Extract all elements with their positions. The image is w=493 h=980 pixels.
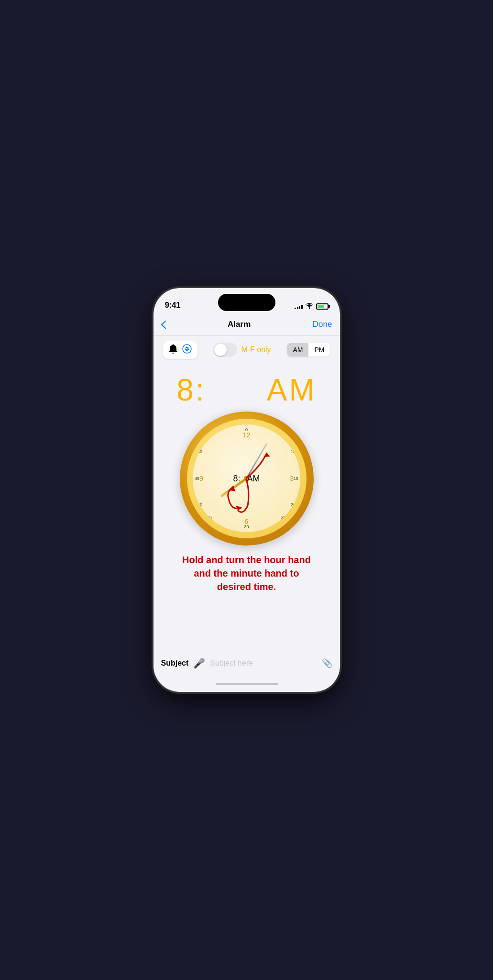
back-button[interactable] (161, 321, 166, 329)
repeat-icon[interactable]: 2 (182, 344, 192, 356)
status-icons (295, 302, 329, 310)
svg-marker-3 (263, 453, 270, 457)
minute-40: 40 (197, 502, 202, 507)
mf-only-label: M-F only (241, 345, 271, 354)
microphone-icon[interactable]: 🎤 (193, 657, 205, 669)
minute-25-right: 25 (281, 515, 286, 520)
minute-50: 50 (197, 449, 202, 454)
battery-icon (316, 303, 329, 310)
hour-3: 3 (290, 475, 294, 482)
page-title: Alarm (228, 320, 251, 329)
mf-only-toggle-group: M-F only (213, 343, 271, 357)
am-button[interactable]: AM (287, 343, 308, 356)
status-time: 9:41 (165, 301, 181, 310)
clock-wrapper[interactable]: 0 5 10 15 20 25 30 (180, 412, 314, 546)
minute-25-left: 25 (207, 515, 212, 520)
home-indicator (153, 676, 340, 692)
wifi-icon (306, 302, 313, 310)
pm-button[interactable]: PM (308, 343, 330, 356)
bell-icon[interactable] (169, 344, 177, 356)
signal-icon (295, 303, 303, 309)
nav-header: Alarm Done (153, 314, 340, 335)
minute-45: 45 (195, 476, 199, 481)
dynamic-island (218, 294, 275, 311)
phone-screen: 9:41 (153, 288, 340, 692)
clock-inner-ring: 0 5 10 15 20 25 30 (187, 419, 307, 538)
phone-frame: 9:41 (153, 288, 340, 692)
minute-20: 20 (291, 502, 296, 507)
svg-marker-4 (236, 506, 242, 511)
time-display-text: 8: AM (176, 372, 317, 408)
subject-bar: Subject 🎤 Subject here 📎 (153, 650, 340, 676)
subject-label: Subject (161, 659, 189, 668)
mf-only-toggle[interactable] (213, 343, 237, 357)
home-bar (216, 683, 278, 685)
hour-6: 6 (245, 518, 249, 525)
done-button[interactable]: Done (313, 320, 332, 329)
bottom-area: Subject 🎤 Subject here 📎 (153, 650, 340, 692)
subject-input[interactable]: Subject here (210, 659, 317, 668)
svg-text:2: 2 (186, 346, 188, 351)
hour-9: 9 (199, 475, 203, 482)
clock-center-display: 8: AM (233, 473, 260, 483)
toggle-knob (214, 344, 227, 356)
controls-row: 2 M-F only AM PM (153, 335, 340, 365)
clock-container: 0 5 10 15 20 25 30 (153, 412, 340, 650)
hour-12: 12 (243, 431, 251, 439)
minute-55: 55 (207, 432, 212, 437)
minute-10: 10 (291, 449, 296, 454)
svg-point-0 (309, 308, 310, 309)
attachment-icon[interactable]: 📎 (322, 658, 332, 668)
time-display: 8: AM (153, 365, 340, 412)
notification-icons: 2 (163, 341, 197, 359)
instruction-text: Hold and turn the hour hand and the minu… (163, 546, 330, 601)
minute-5: 5 (284, 432, 286, 437)
minute-15: 15 (294, 476, 298, 481)
am-pm-selector: AM PM (287, 343, 330, 356)
clock-outer: 0 5 10 15 20 25 30 (180, 412, 314, 546)
clock-face: 0 5 10 15 20 25 30 (193, 424, 300, 532)
